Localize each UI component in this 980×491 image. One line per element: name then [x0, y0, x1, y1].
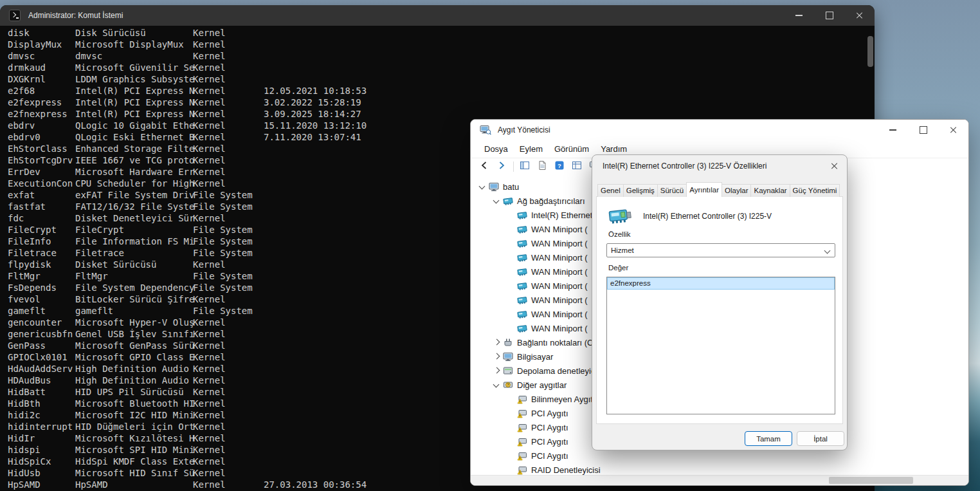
warn-icon	[517, 422, 528, 432]
driver-module-name: drmkaud	[8, 62, 46, 73]
tree-item-label: PCI Aygıtı	[531, 423, 568, 432]
tab-sürücü[interactable]: Sürücü	[657, 184, 687, 197]
driver-module-name: GenPass	[8, 340, 46, 351]
driver-type: Kernel	[193, 178, 226, 189]
show-hide-console-tree-button[interactable]	[518, 160, 532, 173]
menu-görünüm[interactable]: Görünüm	[549, 140, 595, 158]
cmd-minimize-button[interactable]	[784, 5, 814, 26]
driver-display-name: exFAT File System Driv	[75, 190, 194, 200]
dm-minimize-button[interactable]	[878, 120, 908, 140]
back-icon	[479, 160, 489, 173]
driver-module-name: exfat	[8, 190, 35, 200]
dialog-titlebar[interactable]: Intel(R) Ethernet Controller (3) I225-V …	[592, 155, 847, 177]
tree-item-label: Bilgisayar	[517, 352, 553, 362]
toolbar-separator	[513, 162, 514, 172]
chevron-spacer	[505, 266, 516, 277]
driver-type: Kernel	[193, 364, 226, 374]
network-icon	[517, 309, 528, 319]
cmd-titlebar[interactable]: Administrator: Komut İstemi	[0, 5, 875, 26]
cmd-maximize-button[interactable]	[814, 5, 844, 26]
driver-type: File System	[193, 236, 253, 246]
ok-button[interactable]: Tamam	[745, 431, 792, 446]
driver-module-name: ebdrv0	[8, 132, 41, 142]
driver-module-name: HdAudAddServ	[8, 364, 73, 374]
driver-type: Kernel	[193, 410, 226, 420]
maximize-icon	[920, 126, 927, 134]
tab-güç-yönetimi[interactable]: Güç Yönetimi	[790, 184, 840, 197]
chevron-down-icon[interactable]	[491, 380, 502, 390]
tab-genel[interactable]: Genel	[597, 184, 624, 197]
chevron-spacer	[505, 224, 516, 234]
driver-module-name: fvevol	[8, 294, 41, 304]
tab-olaylar[interactable]: Olaylar	[721, 184, 751, 197]
dm-horizontal-scrollbar[interactable]	[471, 475, 968, 485]
driver-module-name: gameflt	[8, 306, 46, 316]
property-dropdown[interactable]: Hizmet	[606, 243, 835, 257]
driver-display-name: Microsoft Hyper-V Oluş	[75, 317, 194, 328]
driver-module-name: dmvsc	[8, 51, 35, 61]
driver-link-date: 12.05.2021 10:18:53	[264, 86, 367, 96]
tree-item[interactable]: PCI Aygıtı	[471, 449, 968, 463]
tree-item-label: PCI Aygıtı	[531, 437, 568, 447]
driver-module-name: EhStorClass	[8, 144, 68, 154]
driver-display-name: Microsoft Kızılötesi H	[75, 433, 194, 443]
driver-type: Kernel	[193, 144, 226, 154]
chevron-down-icon[interactable]	[477, 181, 487, 192]
cmd-output-row: e2fexpressIntel(R) PCI Express NKernel3.…	[0, 97, 875, 108]
chevron-right-icon[interactable]	[491, 337, 502, 347]
tab-kaynaklar[interactable]: Kaynaklar	[750, 184, 790, 197]
close-icon	[950, 126, 957, 134]
help-button[interactable]: ?	[552, 160, 567, 173]
export-list-button[interactable]	[535, 160, 549, 173]
tab-gelişmiş[interactable]: Gelişmiş	[623, 184, 658, 197]
driver-type: File System	[193, 190, 253, 200]
driver-type: Kernel	[193, 28, 226, 38]
menu-eylem[interactable]: Eylem	[514, 140, 549, 158]
tab-ayrıntılar[interactable]: Ayrıntılar	[686, 182, 722, 197]
driver-display-name: QLogic Eski Ethernet B	[75, 132, 194, 142]
driver-type: Kernel	[193, 213, 226, 223]
chevron-down-icon[interactable]	[491, 196, 502, 206]
chevron-right-icon[interactable]	[491, 351, 502, 362]
device-manager-titlebar[interactable]: Aygıt Yöneticisi	[471, 120, 968, 140]
menu-dosya[interactable]: Dosya	[478, 140, 514, 158]
driver-module-name: HidBth	[8, 398, 41, 409]
network-icon	[517, 210, 528, 220]
dialog-close-button[interactable]	[822, 155, 847, 177]
forward-button[interactable]	[495, 160, 509, 173]
driver-type: Kernel	[193, 317, 226, 328]
cmd-close-button[interactable]	[844, 5, 875, 26]
device-name: Intel(R) Ethernet Controller (3) I225-V	[643, 212, 772, 221]
chevron-spacer	[505, 210, 516, 220]
tree-item-label: batu	[503, 182, 519, 192]
properties-dialog: Intel(R) Ethernet Controller (3) I225-V …	[592, 154, 848, 450]
tree-item-label: PCI Aygıtı	[531, 451, 568, 461]
driver-type: Kernel	[193, 456, 226, 467]
properties-button[interactable]	[570, 160, 584, 173]
driver-type: Kernel	[193, 340, 226, 351]
driver-display-name: Intel(R) PCI Express N	[75, 109, 194, 119]
value-listbox[interactable]: e2fnexpress	[606, 277, 835, 414]
driver-module-name: ErrDev	[8, 167, 41, 177]
dm-close-button[interactable]	[938, 120, 968, 140]
driver-display-name: FltMgr	[75, 271, 108, 281]
cancel-button[interactable]: İptal	[797, 431, 844, 446]
driver-display-name: IEEE 1667 ve TCG proto	[75, 155, 194, 165]
tree-item[interactable]: RAID Denetleyicisi	[471, 463, 968, 476]
minimize-icon	[795, 15, 803, 15]
property-label: Özellik	[608, 230, 631, 238]
driver-type: Kernel	[193, 259, 226, 270]
driver-display-name: HID Düğmeleri için Ort	[75, 422, 194, 432]
dm-maximize-button[interactable]	[908, 120, 938, 140]
ports-icon	[503, 337, 514, 347]
value-list-item[interactable]: e2fnexpress	[608, 278, 834, 289]
cmd-scrollbar-thumb[interactable]	[867, 36, 873, 67]
driver-display-name: Intel(R) PCI Express N	[75, 97, 194, 107]
dm-hscroll-thumb[interactable]	[829, 477, 913, 484]
chevron-right-icon[interactable]	[491, 366, 502, 376]
driver-type: Kernel	[193, 132, 226, 142]
driver-type: Kernel	[193, 167, 226, 177]
back-button[interactable]	[477, 160, 491, 173]
driver-type: File System	[193, 201, 253, 212]
driver-type: Kernel	[193, 86, 226, 96]
